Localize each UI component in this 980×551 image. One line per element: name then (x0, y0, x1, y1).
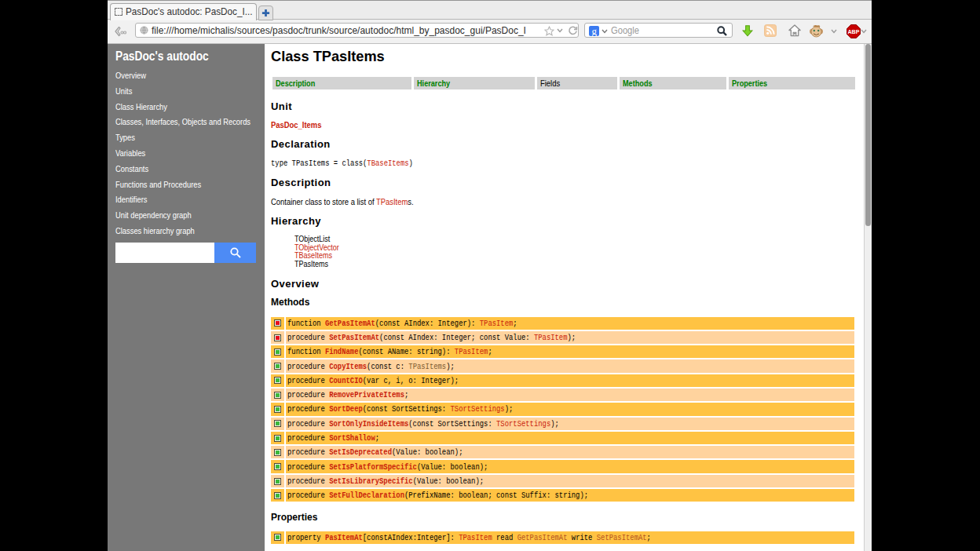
svg-text:ABP: ABP (848, 29, 860, 35)
svg-text:g: g (591, 26, 597, 36)
